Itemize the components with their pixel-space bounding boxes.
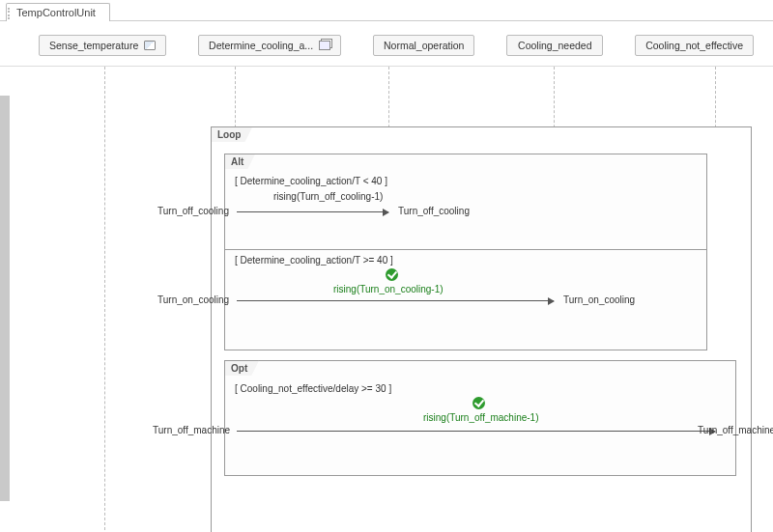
lifeline-cooling-needed[interactable]: Cooling_needed bbox=[506, 35, 603, 56]
lifeline-sense-temperature[interactable]: Sense_temperature bbox=[39, 35, 166, 56]
message-arrow[interactable] bbox=[237, 211, 388, 212]
tab-tempcontrolunit[interactable]: TempControlUnit bbox=[6, 3, 110, 21]
left-gutter bbox=[0, 96, 10, 501]
check-icon bbox=[472, 397, 485, 409]
message-trigger-label-verified: rising(Turn_on_cooling-1) bbox=[333, 284, 444, 294]
lifeline-normal-operation[interactable]: Normal_operation bbox=[373, 35, 474, 56]
guard-condition: [ Determine_cooling_action/T < 40 ] bbox=[235, 176, 387, 186]
diagram-canvas[interactable]: Loop Alt Opt [ Determine_cooling_action/… bbox=[0, 67, 773, 530]
tab-title: TempControlUnit bbox=[16, 7, 96, 18]
lifeline-label: Cooling_needed bbox=[518, 40, 591, 51]
stack-icon bbox=[319, 41, 330, 50]
guard-condition: [ Determine_cooling_action/T >= 40 ] bbox=[235, 255, 393, 266]
guard-condition: [ Cooling_not_effective/delay >= 30 ] bbox=[235, 383, 391, 394]
lifeline-header-row: Sense_temperature Determine_cooling_a...… bbox=[0, 21, 773, 67]
lifeline-cooling-not-effective[interactable]: Cooling_not_effective bbox=[635, 35, 754, 56]
message-sender-label: Turn_off_machine bbox=[153, 425, 230, 435]
block-icon bbox=[144, 41, 156, 50]
lifeline-label: Determine_cooling_a... bbox=[209, 40, 313, 51]
lifeline-determine-cooling-action[interactable]: Determine_cooling_a... bbox=[198, 35, 341, 56]
tab-drag-handle bbox=[8, 8, 11, 19]
fragment-label-opt: Opt bbox=[224, 360, 259, 376]
lifeline-label: Cooling_not_effective bbox=[645, 40, 743, 51]
lifeline-label: Sense_temperature bbox=[49, 40, 138, 51]
message-sender-label: Turn_on_cooling bbox=[157, 294, 229, 305]
message-arrow[interactable] bbox=[237, 431, 715, 432]
fragment-label-alt: Alt bbox=[224, 154, 255, 169]
alt-divider bbox=[225, 249, 706, 250]
message-receiver-label: Turn_off_machine bbox=[698, 425, 773, 435]
fragment-label-loop: Loop bbox=[211, 126, 252, 142]
lifeline-dash bbox=[104, 67, 105, 530]
message-trigger-label-verified: rising(Turn_off_machine-1) bbox=[423, 412, 539, 423]
message-trigger-label: rising(Turn_off_cooling-1) bbox=[273, 191, 383, 202]
message-arrow[interactable] bbox=[237, 300, 554, 301]
tab-bar: TempControlUnit bbox=[0, 0, 773, 21]
check-icon bbox=[386, 268, 398, 281]
message-sender-label: Turn_off_cooling bbox=[157, 206, 229, 216]
lifeline-label: Normal_operation bbox=[384, 40, 464, 51]
message-receiver-label: Turn_on_cooling bbox=[563, 294, 635, 305]
message-receiver-label: Turn_off_cooling bbox=[398, 206, 470, 216]
